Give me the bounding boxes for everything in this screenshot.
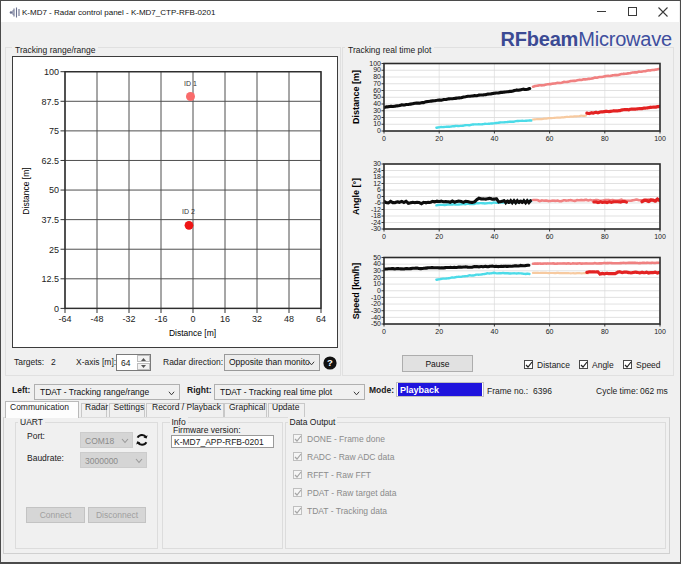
svg-text:0: 0 [377,127,381,134]
svg-text:Distance [m]: Distance [m] [169,328,216,338]
svg-text:32: 32 [252,314,262,324]
svg-text:60: 60 [546,135,554,142]
svg-text:80: 80 [601,135,609,142]
svg-text:0: 0 [54,304,59,314]
svg-text:-16: -16 [154,314,167,324]
svg-text:Distance [m]: Distance [m] [351,70,361,124]
svg-text:40: 40 [491,135,499,142]
svg-text:37.5: 37.5 [41,215,59,225]
svg-text:Distance [m]: Distance [m] [21,167,31,214]
svg-text:60: 60 [546,328,554,335]
svg-text:12.5: 12.5 [41,274,59,284]
svg-text:?: ? [327,357,333,368]
svg-text:-30: -30 [371,225,381,232]
svg-text:0: 0 [382,328,386,335]
svg-text:100: 100 [654,233,666,240]
svg-text:-50: -50 [371,320,381,327]
svg-text:40: 40 [491,233,499,240]
svg-text:-48: -48 [90,314,103,324]
svg-text:100: 100 [44,67,59,77]
svg-text:20: 20 [435,328,443,335]
svg-text:0: 0 [190,314,195,324]
svg-text:ID 1: ID 1 [184,80,197,87]
svg-text:80: 80 [601,328,609,335]
svg-text:60: 60 [546,233,554,240]
svg-text:0: 0 [382,135,386,142]
svg-text:100: 100 [654,135,666,142]
svg-text:75: 75 [49,126,59,136]
svg-text:80: 80 [601,233,609,240]
svg-text:25: 25 [49,245,59,255]
svg-text:87.5: 87.5 [41,97,59,107]
svg-text:Speed [km/h]: Speed [km/h] [351,263,361,320]
svg-text:Angle [°]: Angle [°] [351,178,361,215]
svg-text:50: 50 [49,185,59,195]
svg-text:48: 48 [284,314,294,324]
svg-text:62.5: 62.5 [41,156,59,166]
svg-text:64: 64 [316,314,326,324]
svg-text:100: 100 [654,328,666,335]
svg-text:ID 2: ID 2 [182,208,195,215]
svg-text:20: 20 [435,135,443,142]
svg-text:-32: -32 [122,314,135,324]
svg-text:-64: -64 [58,314,71,324]
svg-text:0: 0 [382,233,386,240]
svg-text:40: 40 [491,328,499,335]
svg-text:20: 20 [435,233,443,240]
svg-text:16: 16 [220,314,230,324]
